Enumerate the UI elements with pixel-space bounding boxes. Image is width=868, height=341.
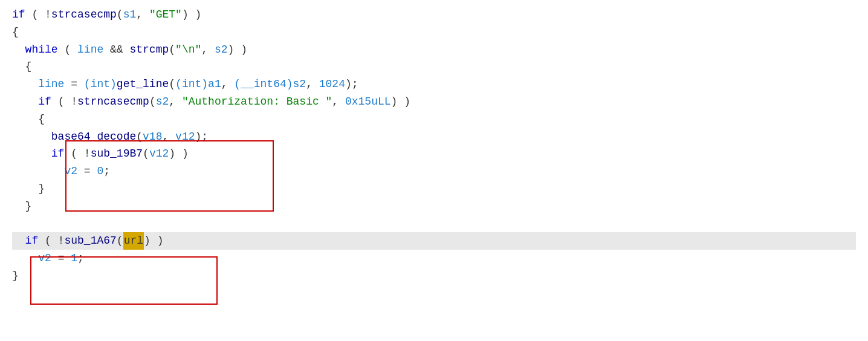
code-line: { <box>12 58 856 76</box>
code-line: if ( !strncasecmp(s2, "Authorization: Ba… <box>12 93 856 111</box>
code-line: line = (int)get_line((int)a1, (__int64)s… <box>12 76 856 93</box>
code-line <box>12 215 856 233</box>
code-line-highlighted: if ( !sub_1A67(url) ) <box>12 232 856 250</box>
code-line: } <box>12 198 856 215</box>
code-view: if ( !strcasecmp(s1, "GET") ) { while ( … <box>0 0 868 341</box>
code-line: v2 = 0; <box>12 163 856 180</box>
code-line: if ( !sub_19B7(v12) ) <box>12 145 856 163</box>
code-line: base64_decode(v18, v12); <box>12 128 856 146</box>
code-line: } <box>12 267 856 285</box>
code-line: { <box>12 111 856 128</box>
code-line: { <box>12 24 856 41</box>
code-line: } <box>12 180 856 198</box>
code-line: v2 = 1; <box>12 250 856 267</box>
code-line: if ( !strcasecmp(s1, "GET") ) <box>12 6 856 24</box>
code-line: while ( line && strcmp("\n", s2) ) <box>12 41 856 59</box>
